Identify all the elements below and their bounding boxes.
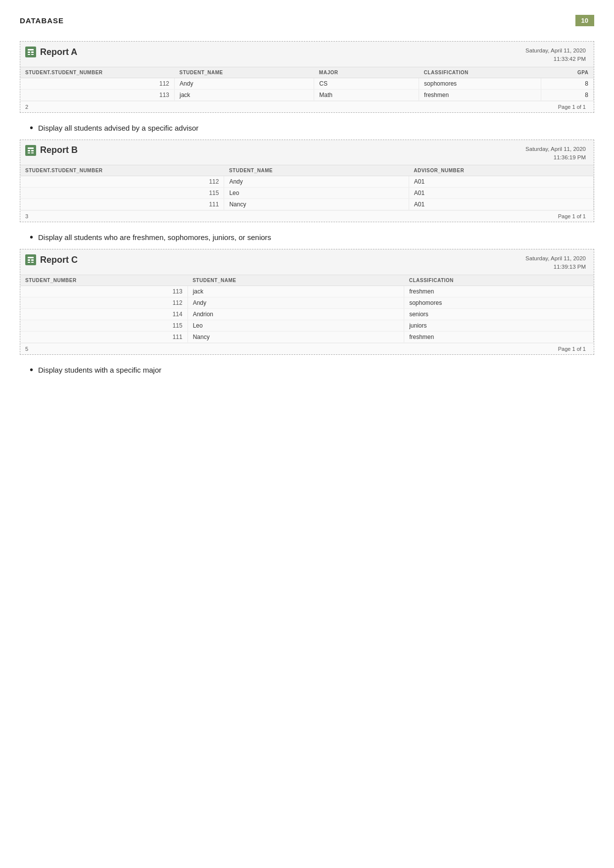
bullet-2: • Display all students who are freshmen,… (30, 233, 594, 242)
report-a-card: Report A Saturday, April 11, 2020 11:33:… (20, 41, 594, 113)
report-a-header: Report A Saturday, April 11, 2020 11:33:… (20, 42, 594, 67)
report-c-row: 111 Nancy freshmen (20, 331, 594, 342)
cell-c-name-4: Nancy (188, 331, 404, 342)
bullet-1-text: Display all students advised by a specif… (38, 124, 198, 132)
report-c-row: 113 jack freshmen (20, 286, 594, 297)
bullet-3-text: Display students with a specific major (38, 366, 161, 374)
report-b-row: 115 Leo A01 (20, 188, 594, 199)
report-c-row: 112 Andy sophomores (20, 297, 594, 308)
report-a-title: Report A (40, 47, 77, 57)
svg-rect-9 (31, 152, 34, 153)
cell-c-num-4: 111 (20, 331, 188, 342)
report-a-table: STUDENT.STUDENT_NUMBER STUDENT_NAME MAJO… (20, 67, 594, 101)
table-icon-b (27, 147, 34, 154)
col-gpa: GPA (541, 67, 594, 78)
cell-c-name-2: Andrion (188, 308, 404, 320)
bullet-dot-2: • (30, 232, 33, 242)
report-c-count: 5 (25, 346, 28, 352)
col-c-classification: CLASSIFICATION (404, 275, 594, 286)
report-c-page-info: Page 1 of 1 (558, 346, 586, 352)
cell-c-name-0: jack (188, 286, 404, 297)
report-a-row: 113 jack Math freshmen 8 (20, 89, 594, 100)
page-title: DATABASE (20, 16, 64, 25)
cell-c-num-1: 112 (20, 297, 188, 308)
report-c-row: 114 Andrion seniors (20, 308, 594, 320)
page-number-badge: 10 (575, 15, 594, 26)
cell-a-name-0: Andy (175, 78, 314, 89)
report-b-title-row: Report B (25, 145, 78, 156)
svg-rect-6 (28, 150, 30, 151)
report-c-table: STUDENT_NUMBER STUDENT_NAME CLASSIFICATI… (20, 275, 594, 343)
svg-rect-10 (28, 257, 34, 258)
report-c-date: Saturday, April 11, 2020 11:39:13 PM (525, 254, 586, 272)
svg-rect-3 (28, 54, 30, 55)
col-b-advisor: ADVISOR_NUMBER (409, 165, 593, 176)
svg-rect-11 (28, 259, 30, 261)
report-b-card: Report B Saturday, April 11, 2020 11:36:… (20, 140, 594, 223)
svg-rect-12 (31, 259, 34, 261)
cell-a-name-1: jack (175, 89, 314, 100)
report-c-row: 115 Leo juniors (20, 320, 594, 331)
col-classification: CLASSIFICATION (419, 67, 541, 78)
cell-a-major-1: Math (314, 89, 419, 100)
report-b-date: Saturday, April 11, 2020 11:36:19 PM (525, 145, 586, 162)
svg-rect-5 (28, 147, 34, 149)
svg-rect-2 (31, 51, 34, 53)
cell-b-advisor-1: A01 (409, 188, 593, 199)
cell-a-major-0: CS (314, 78, 419, 89)
report-b-count: 3 (25, 213, 28, 219)
svg-rect-13 (28, 262, 30, 263)
report-b-page-info: Page 1 of 1 (558, 213, 586, 219)
report-a-header-row: STUDENT.STUDENT_NUMBER STUDENT_NAME MAJO… (20, 67, 594, 78)
report-a-date: Saturday, April 11, 2020 11:33:42 PM (525, 47, 586, 64)
cell-c-num-2: 114 (20, 308, 188, 320)
report-a-row: 112 Andy CS sophomores 8 (20, 78, 594, 89)
cell-c-class-2: seniors (404, 308, 594, 320)
report-b-icon (25, 145, 36, 156)
report-b-table: STUDENT.STUDENT_NUMBER STUDENT_NAME ADVI… (20, 165, 594, 210)
col-student-name: STUDENT_NAME (175, 67, 314, 78)
bullet-1: • Display all students advised by a spec… (30, 124, 594, 133)
report-c-footer: 5 Page 1 of 1 (20, 343, 594, 354)
bullet-3: • Display students with a specific major (30, 366, 594, 375)
svg-rect-7 (31, 150, 34, 151)
cell-a-gpa-0: 8 (541, 78, 594, 89)
svg-rect-1 (28, 51, 30, 53)
cell-c-num-3: 115 (20, 320, 188, 331)
report-a-icon (25, 47, 36, 57)
cell-b-advisor-2: A01 (409, 199, 593, 210)
report-c-icon (25, 254, 36, 265)
report-b-row: 112 Andy A01 (20, 176, 594, 188)
cell-c-class-3: juniors (404, 320, 594, 331)
cell-b-name-0: Andy (224, 176, 409, 188)
cell-a-class-1: freshmen (419, 89, 541, 100)
report-b-header: Report B Saturday, April 11, 2020 11:36:… (20, 140, 594, 166)
bullet-dot-3: • (30, 365, 33, 375)
cell-a-num-1: 113 (20, 89, 175, 100)
cell-c-class-0: freshmen (404, 286, 594, 297)
cell-b-name-1: Leo (224, 188, 409, 199)
table-icon-c (27, 256, 34, 263)
report-b-title: Report B (40, 145, 78, 155)
report-c-title: Report C (40, 255, 78, 265)
col-c-student-name: STUDENT_NAME (188, 275, 404, 286)
report-c-header-row: STUDENT_NUMBER STUDENT_NAME CLASSIFICATI… (20, 275, 594, 286)
svg-rect-4 (31, 54, 34, 55)
cell-a-num-0: 112 (20, 78, 175, 89)
col-c-student-number: STUDENT_NUMBER (20, 275, 188, 286)
cell-b-num-2: 111 (20, 199, 224, 210)
report-c-title-row: Report C (25, 254, 78, 265)
cell-c-name-3: Leo (188, 320, 404, 331)
col-student-number: STUDENT.STUDENT_NUMBER (20, 67, 175, 78)
bullet-2-text: Display all students who are freshmen, s… (38, 233, 271, 241)
cell-b-advisor-0: A01 (409, 176, 593, 188)
report-c-card: Report C Saturday, April 11, 2020 11:39:… (20, 249, 594, 355)
report-b-row: 111 Nancy A01 (20, 199, 594, 210)
svg-rect-8 (28, 152, 30, 153)
cell-b-name-2: Nancy (224, 199, 409, 210)
cell-b-num-1: 115 (20, 188, 224, 199)
table-icon (27, 48, 34, 55)
col-b-student-number: STUDENT.STUDENT_NUMBER (20, 165, 224, 176)
cell-c-class-4: freshmen (404, 331, 594, 342)
report-a-page-info: Page 1 of 1 (558, 104, 586, 110)
